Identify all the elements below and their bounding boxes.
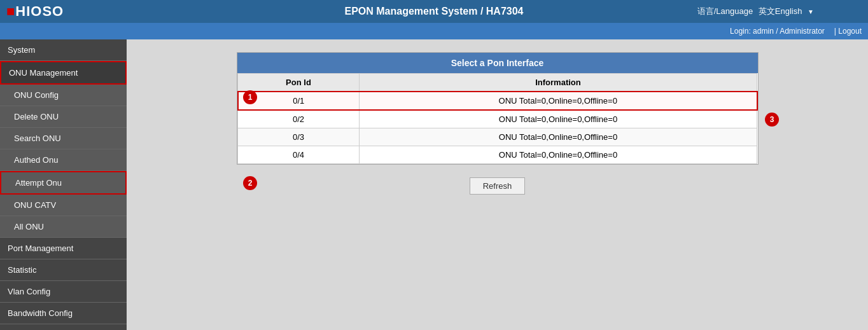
sidebar-item-system[interactable]: System [0, 39, 127, 61]
logo-icon: ■ [6, 3, 15, 19]
table-row[interactable]: 0/1ONU Total=0,Online=0,Offline=0 [238, 92, 757, 110]
dropdown-arrow-icon[interactable]: ▼ [808, 8, 814, 15]
login-info: Login: admin / Administrator [730, 27, 825, 36]
col-pon-id: Pon Id [238, 74, 360, 92]
table-row[interactable]: 0/3ONU Total=0,Online=0,Offline=0 [238, 128, 757, 146]
table-header-row: Pon Id Information [238, 74, 757, 92]
sidebar-item-bandwidth-config[interactable]: Bandwidth Config [0, 303, 127, 324]
table-row[interactable]: 0/2ONU Total=0,Online=0,Offline=0 [238, 110, 757, 128]
table-row[interactable]: 0/4ONU Total=0,Online=0,Offline=0 [238, 146, 757, 164]
information-cell: ONU Total=0,Online=0,Offline=0 [359, 146, 757, 164]
sidebar-item-onu-catv[interactable]: ONU CATV [0, 195, 127, 216]
sidebar-item-delete-onu[interactable]: Delete ONU [0, 106, 127, 128]
badge-1: 1 [243, 90, 257, 104]
sidebar-item-authed-onu[interactable]: Authed Onu [0, 149, 127, 171]
content-area: 1 2 3 Select a Pon Interface Pon Id Info… [127, 39, 868, 330]
pon-table-title: Select a Pon Interface [237, 53, 758, 73]
sidebar-item-port-management[interactable]: Port Management [0, 238, 127, 259]
pon-id-cell: 0/3 [238, 128, 360, 146]
information-cell: ONU Total=0,Online=0,Offline=0 [359, 92, 757, 110]
language-value: 英文English [759, 6, 802, 16]
information-cell: ONU Total=0,Online=0,Offline=0 [359, 128, 757, 146]
sidebar-item-olt-mac-config[interactable]: OLT Mac Config [0, 324, 127, 330]
pon-table: Pon Id Information 0/1ONU Total=0,Online… [237, 73, 758, 164]
sidebar-item-vlan-config[interactable]: Vlan Config [0, 281, 127, 303]
language-label: 语言/Language [697, 6, 753, 16]
sidebar-item-statistic[interactable]: Statistic [0, 259, 127, 281]
badge-3: 3 [765, 113, 779, 127]
logo-text: HIOSO [15, 3, 64, 19]
refresh-button[interactable]: Refresh [470, 177, 526, 195]
main-layout: SystemONU ManagementONU ConfigDelete ONU… [0, 39, 868, 330]
header-bottom: Login: admin / Administrator | Logout [0, 23, 868, 39]
badge-2: 2 [243, 176, 257, 190]
pon-id-cell: 0/2 [238, 110, 360, 128]
sidebar-item-attempt-onu[interactable]: Attempt Onu [0, 171, 127, 195]
header-title: EPON Management System / HA7304 [345, 6, 524, 17]
sidebar-item-search-onu[interactable]: Search ONU [0, 128, 127, 149]
logout-link[interactable]: | Logout [834, 27, 862, 36]
sidebar-item-onu-management[interactable]: ONU Management [0, 61, 127, 85]
col-information: Information [359, 74, 757, 92]
header-top: ■HIOSO EPON Management System / HA7304 语… [0, 0, 868, 23]
sidebar-item-all-onu[interactable]: All ONU [0, 216, 127, 238]
logo: ■HIOSO [6, 3, 64, 20]
pon-id-cell: 0/4 [238, 146, 360, 164]
header-language[interactable]: 语言/Language 英文English ▼ [697, 6, 817, 17]
sidebar-item-onu-config[interactable]: ONU Config [0, 85, 127, 106]
sidebar: SystemONU ManagementONU ConfigDelete ONU… [0, 39, 127, 330]
information-cell: ONU Total=0,Online=0,Offline=0 [359, 110, 757, 128]
pon-interface-table-container: Select a Pon Interface Pon Id Informatio… [237, 52, 759, 165]
